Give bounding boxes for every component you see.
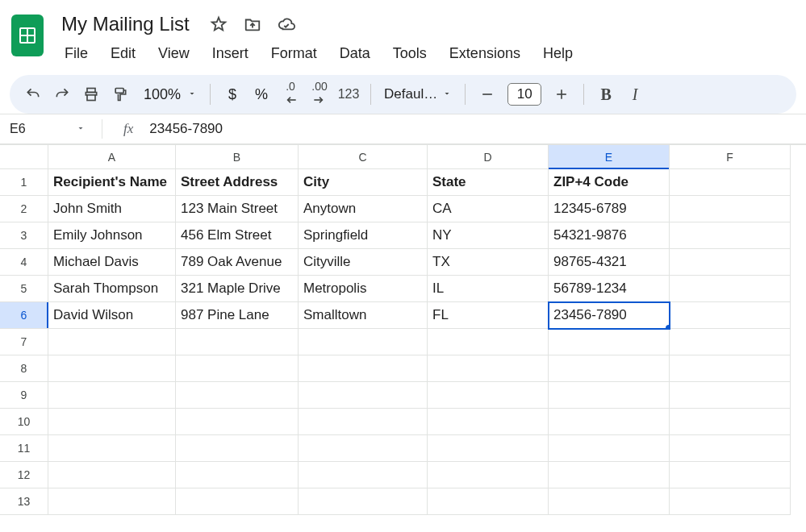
cell-B8[interactable] xyxy=(176,355,299,382)
cell-C4[interactable]: Cityville xyxy=(299,249,428,276)
name-box-chevron-icon[interactable] xyxy=(76,123,94,135)
row-header-12[interactable]: 12 xyxy=(0,462,48,488)
font-size-input[interactable]: 10 xyxy=(507,83,541,106)
cell-E12[interactable] xyxy=(549,462,670,488)
print-button[interactable] xyxy=(77,81,105,108)
cell-F4[interactable] xyxy=(670,249,791,276)
cell-B3[interactable]: 456 Elm Street xyxy=(176,222,299,249)
star-icon[interactable] xyxy=(207,13,230,35)
cell-C13[interactable] xyxy=(299,488,428,515)
cell-E10[interactable] xyxy=(549,409,670,435)
cell-E4[interactable]: 98765-4321 xyxy=(549,249,670,276)
more-formats-button[interactable]: 123 xyxy=(335,81,362,108)
cell-F2[interactable] xyxy=(670,196,791,222)
cell-C5[interactable]: Metropolis xyxy=(299,276,428,302)
increase-decimal-button[interactable]: .00 xyxy=(306,81,333,108)
cell-D9[interactable] xyxy=(428,382,549,409)
increase-font-size-button[interactable] xyxy=(548,81,575,108)
cell-E3[interactable]: 54321-9876 xyxy=(549,222,670,249)
column-header-D[interactable]: D xyxy=(428,145,549,169)
cell-B1[interactable]: Street Address xyxy=(176,169,299,196)
bold-button[interactable]: B xyxy=(592,81,620,108)
cell-B12[interactable] xyxy=(176,462,299,488)
select-all-corner[interactable] xyxy=(0,145,48,169)
cell-A4[interactable]: Michael Davis xyxy=(48,249,176,276)
decrease-decimal-button[interactable]: .0 xyxy=(277,81,304,108)
row-header-1[interactable]: 1 xyxy=(0,169,48,196)
menu-tools[interactable]: Tools xyxy=(383,40,436,67)
cell-C1[interactable]: City xyxy=(299,169,428,196)
cell-A10[interactable] xyxy=(48,409,176,435)
cell-F12[interactable] xyxy=(670,462,791,488)
sheets-logo-icon[interactable] xyxy=(11,15,44,56)
cell-F9[interactable] xyxy=(670,382,791,409)
row-header-8[interactable]: 8 xyxy=(0,355,48,382)
cell-D7[interactable] xyxy=(428,329,549,355)
cell-D5[interactable]: IL xyxy=(428,276,549,302)
spreadsheet-grid[interactable]: ABCDEF1Recipient's NameStreet AddressCit… xyxy=(0,144,806,515)
cell-D6[interactable]: FL xyxy=(428,302,549,329)
cell-E2[interactable]: 12345-6789 xyxy=(549,196,670,222)
menu-file[interactable]: File xyxy=(55,40,98,67)
menu-insert[interactable]: Insert xyxy=(203,40,258,67)
cell-A3[interactable]: Emily Johnson xyxy=(48,222,176,249)
cell-C6[interactable]: Smalltown xyxy=(299,302,428,329)
cell-D13[interactable] xyxy=(428,488,549,515)
cell-A12[interactable] xyxy=(48,462,176,488)
cell-B9[interactable] xyxy=(176,382,299,409)
row-header-7[interactable]: 7 xyxy=(0,329,48,355)
menu-extensions[interactable]: Extensions xyxy=(440,40,530,67)
cell-C10[interactable] xyxy=(299,409,428,435)
cell-E7[interactable] xyxy=(549,329,670,355)
cell-E11[interactable] xyxy=(549,435,670,462)
cell-C11[interactable] xyxy=(299,435,428,462)
cell-B4[interactable]: 789 Oak Avenue xyxy=(176,249,299,276)
cell-E9[interactable] xyxy=(549,382,670,409)
undo-button[interactable] xyxy=(19,81,47,108)
cell-F6[interactable] xyxy=(670,302,791,329)
cell-D4[interactable]: TX xyxy=(428,249,549,276)
cell-C9[interactable] xyxy=(299,382,428,409)
row-header-5[interactable]: 5 xyxy=(0,276,48,302)
cell-B13[interactable] xyxy=(176,488,299,515)
cell-A11[interactable] xyxy=(48,435,176,462)
move-to-drive-icon[interactable] xyxy=(241,13,264,35)
row-header-10[interactable]: 10 xyxy=(0,409,48,435)
cell-A9[interactable] xyxy=(48,382,176,409)
cell-F5[interactable] xyxy=(670,276,791,302)
cell-C3[interactable]: Springfield xyxy=(299,222,428,249)
cell-D1[interactable]: State xyxy=(428,169,549,196)
cell-A7[interactable] xyxy=(48,329,176,355)
cell-A8[interactable] xyxy=(48,355,176,382)
row-header-4[interactable]: 4 xyxy=(0,249,48,276)
cell-E6[interactable]: 23456-7890 xyxy=(549,302,670,329)
cell-B6[interactable]: 987 Pine Lane xyxy=(176,302,299,329)
document-title[interactable]: My Mailing List xyxy=(55,10,196,39)
cell-D11[interactable] xyxy=(428,435,549,462)
cell-A6[interactable]: David Wilson xyxy=(48,302,176,329)
row-header-11[interactable]: 11 xyxy=(0,435,48,462)
menu-help[interactable]: Help xyxy=(533,40,583,67)
menu-data[interactable]: Data xyxy=(330,40,380,67)
menu-format[interactable]: Format xyxy=(261,40,327,67)
cell-D3[interactable]: NY xyxy=(428,222,549,249)
cell-B7[interactable] xyxy=(176,329,299,355)
name-box[interactable]: E6 xyxy=(10,122,68,136)
percent-format-button[interactable]: % xyxy=(248,81,275,108)
cell-B5[interactable]: 321 Maple Drive xyxy=(176,276,299,302)
font-family-dropdown[interactable]: Defaul… xyxy=(379,86,457,102)
cell-C2[interactable]: Anytown xyxy=(299,196,428,222)
cell-A1[interactable]: Recipient's Name xyxy=(48,169,176,196)
menu-view[interactable]: View xyxy=(148,40,199,67)
row-header-9[interactable]: 9 xyxy=(0,382,48,409)
cell-C8[interactable] xyxy=(299,355,428,382)
cell-E1[interactable]: ZIP+4 Code xyxy=(549,169,670,196)
cell-B2[interactable]: 123 Main Street xyxy=(176,196,299,222)
column-header-A[interactable]: A xyxy=(48,145,176,169)
currency-format-button[interactable]: $ xyxy=(219,81,246,108)
cell-C7[interactable] xyxy=(299,329,428,355)
formula-value[interactable]: 23456-7890 xyxy=(149,121,223,137)
cell-D12[interactable] xyxy=(428,462,549,488)
cell-D8[interactable] xyxy=(428,355,549,382)
column-header-B[interactable]: B xyxy=(176,145,299,169)
